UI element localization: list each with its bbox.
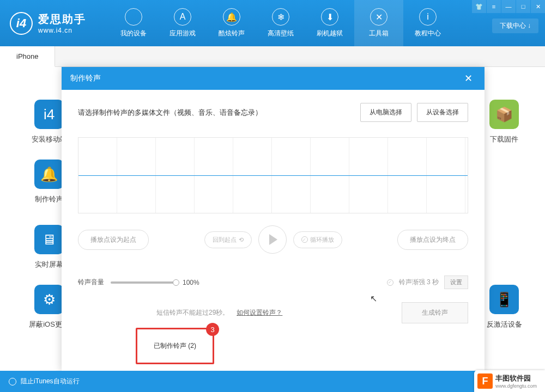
nav-apps-games[interactable]: A应用游戏 <box>158 0 207 46</box>
status-left: 阻止iTunes自动运行 <box>9 377 80 386</box>
tools-icon: ✕ <box>370 8 387 26</box>
modal-header: 制作铃声 ✕ <box>62 67 485 90</box>
i4-app-icon: i4 <box>34 100 64 129</box>
loop-play-button[interactable]: ✓ 循环播放 <box>293 231 342 248</box>
set-start-button[interactable]: 播放点设为起点 <box>78 230 149 250</box>
close-icon[interactable]: ✕ <box>531 0 545 13</box>
cube-icon: 📦 <box>489 100 519 129</box>
tab-iphone[interactable]: iPhone <box>0 46 55 67</box>
info-icon: i <box>419 8 437 26</box>
playback-controls: 播放点设为起点 回到起点 ⟲ ✓ 循环播放 播放点设为终点 <box>78 225 468 254</box>
block-itunes-toggle[interactable]: 阻止iTunes自动运行 <box>21 377 80 386</box>
volume-value: 100% <box>183 279 199 286</box>
ringtone-modal: 制作铃声 ✕ 请选择制作铃声的多媒体文件（视频、音乐、语音备忘录） 从电脑选择 … <box>62 67 485 371</box>
nav-flash-jailbreak[interactable]: ⬇刷机越狱 <box>305 0 354 46</box>
slider-thumb[interactable] <box>173 279 179 286</box>
rewind-icon: ⟲ <box>239 236 244 243</box>
bell-icon: 🔔 <box>223 8 240 26</box>
volume-slider[interactable] <box>111 281 176 284</box>
set-end-button[interactable]: 播放点设为终点 <box>397 230 468 250</box>
highlight-annotation: 已制作铃声 (2) 3 <box>136 328 214 364</box>
from-computer-button[interactable]: 从电脑选择 <box>360 103 411 122</box>
download-center-button[interactable]: 下载中心 ↓ <box>492 19 538 33</box>
from-device-button[interactable]: 从设备选择 <box>417 103 468 122</box>
download-icon: ⬇ <box>321 8 338 26</box>
volume-label: 铃声音量 <box>78 278 104 287</box>
nav-ringtones[interactable]: 🔔酷炫铃声 <box>207 0 256 46</box>
play-icon <box>269 234 277 245</box>
waveform-area[interactable] <box>78 137 468 213</box>
maximize-icon[interactable]: □ <box>516 0 530 13</box>
sms-hint: 短信铃声不能超过29秒。 <box>156 308 229 317</box>
appstore-icon: A <box>174 8 191 26</box>
nav-tutorials[interactable]: i教程中心 <box>403 0 452 46</box>
watermark-name: 丰图软件园 <box>495 373 537 383</box>
watermark-url: www.dgfengtu.com <box>495 383 537 389</box>
app-name: 爱思助手 <box>38 12 86 27</box>
nav-bar: 我的设备 A应用游戏 🔔酷炫铃声 ❄高清壁纸 ⬇刷机越狱 ✕工具箱 i教程中心 <box>109 0 452 46</box>
nav-toolbox[interactable]: ✕工具箱 <box>354 0 403 46</box>
monitor-icon: 🖥 <box>34 225 64 254</box>
main-area: i4安装移动端 📦下载固件 🔔制作铃声 🖥实时屏幕 ⚙屏蔽iOS更新 📱反激活设… <box>0 67 545 371</box>
app-url: www.i4.cn <box>38 27 86 34</box>
nav-my-device[interactable]: 我的设备 <box>109 0 158 46</box>
bell-icon: 🔔 <box>34 160 64 189</box>
waveform-center-line <box>78 175 468 176</box>
logo-area: i4 爱思助手 www.i4.cn <box>0 12 109 35</box>
minimize-icon[interactable]: — <box>501 0 516 13</box>
fade-label: 铃声渐强 3 秒 <box>399 278 439 287</box>
volume-row: 铃声音量 100% ✓ 铃声渐强 3 秒 设置 <box>78 275 468 289</box>
fade-settings-button[interactable]: 设置 <box>444 275 468 289</box>
generate-ringtone-button[interactable]: 生成铃声 <box>402 302 468 323</box>
status-bar: 阻止iTunes自动运行 V7.68 检查 <box>0 371 545 392</box>
menu-icon[interactable]: ≡ <box>487 0 501 13</box>
window-controls: 👕 ≡ — □ ✕ <box>471 0 545 13</box>
modal-close-icon[interactable]: ✕ <box>461 72 476 84</box>
step-badge: 3 <box>206 323 219 336</box>
modal-title: 制作铃声 <box>70 74 101 83</box>
how-to-set-link[interactable]: 如何设置铃声？ <box>237 308 282 317</box>
phone-icon: 📱 <box>489 285 519 314</box>
play-button[interactable] <box>258 225 287 254</box>
back-to-start-button[interactable]: 回到起点 ⟲ <box>204 231 252 248</box>
tab-bar: iPhone <box>0 46 545 67</box>
source-row: 请选择制作铃声的多媒体文件（视频、音乐、语音备忘录） 从电脑选择 从设备选择 <box>78 103 468 122</box>
nav-wallpapers[interactable]: ❄高清壁纸 <box>256 0 305 46</box>
app-logo-icon: i4 <box>10 12 33 35</box>
app-header: i4 爱思助手 www.i4.cn 我的设备 A应用游戏 🔔酷炫铃声 ❄高清壁纸… <box>0 0 545 46</box>
cursor-icon: ↖ <box>370 293 377 304</box>
check-icon: ✓ <box>301 236 308 243</box>
watermark-logo-icon: F <box>477 373 493 389</box>
watermark: F 丰图软件园 www.dgfengtu.com <box>474 370 545 392</box>
bottom-row: 已制作铃声 (2) 3 短信铃声不能超过29秒。 如何设置铃声？ 生成铃声 <box>78 302 468 323</box>
made-ringtones-button[interactable]: 已制作铃声 (2) <box>140 335 210 357</box>
gear-icon: ⚙ <box>34 285 64 314</box>
theme-icon[interactable]: 👕 <box>472 0 486 13</box>
check-icon: ✓ <box>387 279 393 286</box>
source-prompt: 请选择制作铃声的多媒体文件（视频、音乐、语音备忘录） <box>78 108 262 118</box>
apple-icon <box>125 8 142 26</box>
snowflake-icon: ❄ <box>272 8 289 26</box>
circle-icon <box>9 378 16 385</box>
